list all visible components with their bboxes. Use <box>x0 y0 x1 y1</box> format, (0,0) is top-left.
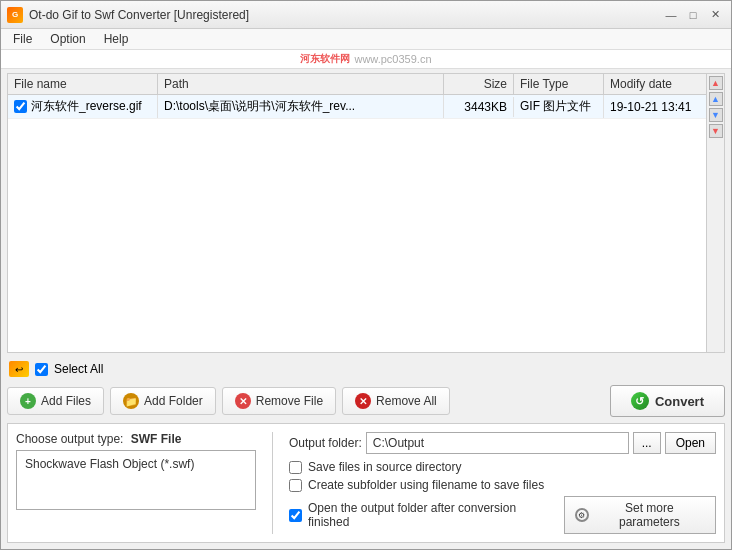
main-window: G Ot-do Gif to Swf Converter [Unregister… <box>0 0 732 550</box>
watermark-url: www.pc0359.cn <box>354 53 431 65</box>
table-row[interactable]: 河东软件_reverse.gif D:\tools\桌面\说明书\河东软件_re… <box>8 95 724 119</box>
add-files-button[interactable]: + Add Files <box>7 387 104 415</box>
scroll-bottom-button[interactable]: ▼ <box>709 124 723 138</box>
divider <box>272 432 273 534</box>
title-bar-left: G Ot-do Gif to Swf Converter [Unregister… <box>7 7 249 23</box>
file-table: File name Path Size File Type Modify dat… <box>7 73 725 353</box>
cell-filename: 河东软件_reverse.gif <box>8 95 158 118</box>
output-type-box[interactable]: Shockwave Flash Object (*.swf) <box>16 450 256 510</box>
set-params-button[interactable]: ⚙ Set more parameters <box>564 496 716 534</box>
col-header-filetype: File Type <box>514 74 604 94</box>
convert-button[interactable]: ↺ Convert <box>610 385 725 417</box>
options-rows: Save files in source directory Create su… <box>289 460 716 534</box>
remove-file-button[interactable]: ✕ Remove File <box>222 387 336 415</box>
scrollbar-right: ▲ ▲ ▼ ▼ <box>706 74 724 352</box>
menu-file[interactable]: File <box>5 30 40 48</box>
watermark-logo: 河东软件网 <box>300 52 350 66</box>
maximize-button[interactable]: □ <box>683 6 703 24</box>
cell-size: 3443KB <box>444 97 514 117</box>
menu-bar: File Option Help <box>1 29 731 50</box>
cell-filetype: GIF 图片文件 <box>514 95 604 118</box>
output-folder-label: Output folder: <box>289 436 362 450</box>
create-subfolder-checkbox[interactable] <box>289 479 302 492</box>
scroll-up-button[interactable]: ▲ <box>709 92 723 106</box>
create-subfolder-row: Create subfolder using filename to save … <box>289 478 716 492</box>
title-controls: — □ ✕ <box>661 6 725 24</box>
table-header: File name Path Size File Type Modify dat… <box>8 74 724 95</box>
watermark-bar: 河东软件网 www.pc0359.cn <box>1 50 731 69</box>
gear-icon: ⚙ <box>575 508 589 522</box>
table-body: 河东软件_reverse.gif D:\tools\桌面\说明书\河东软件_re… <box>8 95 724 352</box>
save-in-source-checkbox[interactable] <box>289 461 302 474</box>
open-after-row: Open the output folder after conversion … <box>289 496 716 534</box>
output-folder-input[interactable] <box>366 432 629 454</box>
remove-all-icon: ✕ <box>355 393 371 409</box>
app-icon: G <box>7 7 23 23</box>
open-button[interactable]: Open <box>665 432 716 454</box>
output-type-label: Choose output type: SWF File <box>16 432 256 446</box>
add-folder-button[interactable]: 📁 Add Folder <box>110 387 216 415</box>
window-title: Ot-do Gif to Swf Converter [Unregistered… <box>29 8 249 22</box>
cell-path: D:\tools\桌面\说明书\河东软件_rev... <box>158 95 444 118</box>
create-subfolder-label: Create subfolder using filename to save … <box>308 478 544 492</box>
close-button[interactable]: ✕ <box>705 6 725 24</box>
menu-option[interactable]: Option <box>42 30 93 48</box>
back-icon: ↩ <box>9 361 29 377</box>
open-after-checkbox[interactable] <box>289 509 302 522</box>
remove-file-icon: ✕ <box>235 393 251 409</box>
remove-all-button[interactable]: ✕ Remove All <box>342 387 450 415</box>
scroll-top-button[interactable]: ▲ <box>709 76 723 90</box>
title-bar: G Ot-do Gif to Swf Converter [Unregister… <box>1 1 731 29</box>
add-files-icon: + <box>20 393 36 409</box>
output-type-panel: Choose output type: SWF File Shockwave F… <box>16 432 256 534</box>
save-in-source-label: Save files in source directory <box>308 460 461 474</box>
save-in-source-row: Save files in source directory <box>289 460 716 474</box>
open-after-label: Open the output folder after conversion … <box>308 501 558 529</box>
col-header-size: Size <box>444 74 514 94</box>
col-header-filename: File name <box>8 74 158 94</box>
minimize-button[interactable]: — <box>661 6 681 24</box>
action-bar: + Add Files 📁 Add Folder ✕ Remove File ✕… <box>1 381 731 421</box>
add-folder-icon: 📁 <box>123 393 139 409</box>
output-right-panel: Output folder: ... Open Save files in so… <box>289 432 716 534</box>
row-checkbox[interactable] <box>14 100 27 113</box>
scroll-down-button[interactable]: ▼ <box>709 108 723 122</box>
select-all-checkbox[interactable] <box>35 363 48 376</box>
bottom-panel: Choose output type: SWF File Shockwave F… <box>7 423 725 543</box>
output-folder-row: Output folder: ... Open <box>289 432 716 454</box>
select-all-label: Select All <box>54 362 103 376</box>
menu-help[interactable]: Help <box>96 30 137 48</box>
select-all-bar: ↩ Select All <box>1 357 731 381</box>
col-header-path: Path <box>158 74 444 94</box>
convert-icon: ↺ <box>631 392 649 410</box>
browse-button[interactable]: ... <box>633 432 661 454</box>
